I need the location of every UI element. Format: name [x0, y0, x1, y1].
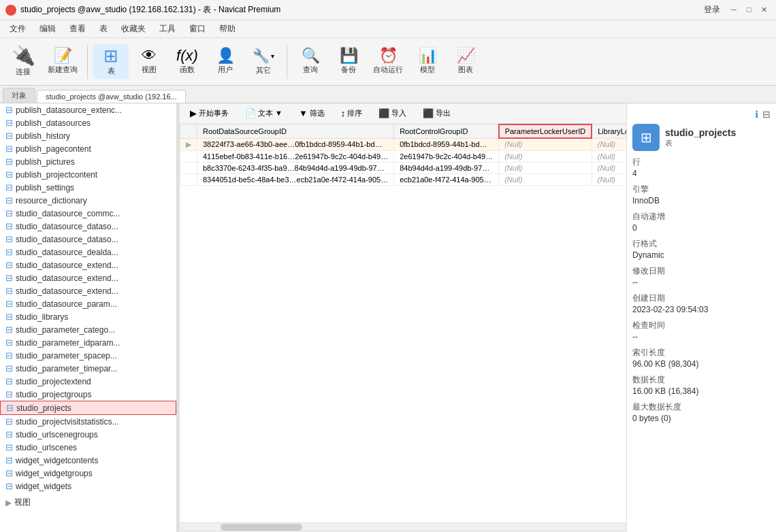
- status-name-block: studio_projects 表: [665, 127, 736, 148]
- cell-root-control[interactable]: 84b94d4d-a199-49db-97…: [394, 162, 499, 173]
- btn-sort[interactable]: ↕ 排序: [335, 106, 369, 120]
- menu-help[interactable]: 帮助: [212, 22, 242, 36]
- status-row-auto-increment: 自动递增 0: [632, 211, 771, 233]
- btn-begin-tx[interactable]: ▶ 开始事务: [184, 106, 235, 120]
- sidebar-item-studio-parameter-spacep[interactable]: ⊟ studio_parameter_spacep...: [0, 349, 176, 362]
- cell-root-datasource[interactable]: 8344051d-be5c-48a4-be3…ecb21a0e-f472-414…: [197, 173, 394, 185]
- menu-tools[interactable]: 工具: [152, 22, 182, 36]
- sidebar-item-studio-datasource-dealda[interactable]: ⊟ studio_datasource_dealda...: [0, 246, 176, 259]
- tab-object[interactable]: 对象: [3, 88, 35, 103]
- toolbar-backup[interactable]: 💾 备份: [331, 46, 366, 78]
- sidebar-item-studio-librarys[interactable]: ⊟ studio_librarys: [0, 310, 176, 323]
- btn-import[interactable]: ⬛ 导入: [372, 106, 413, 120]
- cell-library-locker[interactable]: (Null): [592, 173, 626, 185]
- toolbar-user[interactable]: 👤 用户: [208, 46, 243, 78]
- menu-bar: 文件 编辑 查看 表 收藏夹 工具 窗口 帮助: [0, 20, 776, 38]
- sidebar-item-publish-datasource-extend[interactable]: ⊟ publish_datasource_extenc...: [0, 103, 176, 116]
- toolbar-query[interactable]: 🔍 查询: [293, 46, 328, 78]
- cell-parameter-locker[interactable]: (Null): [499, 138, 592, 150]
- toolbar-connect[interactable]: 🔌 连接: [5, 44, 41, 80]
- sidebar-item-widget-widgetcontents[interactable]: ⊟ widget_widgetcontents: [0, 454, 176, 467]
- sort-icon: ↕: [341, 108, 346, 118]
- sidebar-item-studio-datasource-param[interactable]: ⊟ studio_datasource_param...: [0, 297, 176, 310]
- col-header-parameter-locker[interactable]: ParameterLockerUserID: [499, 124, 592, 138]
- sidebar-item-studio-datasource-dataso2[interactable]: ⊟ studio_datasource_dataso...: [0, 233, 176, 246]
- sidebar-item-studio-datasource-extend3[interactable]: ⊟ studio_datasource_extend...: [0, 284, 176, 297]
- sidebar-item-resource-dictionary[interactable]: ⊟ resource_dictionary: [0, 194, 176, 207]
- export-icon: ⬛: [423, 108, 434, 118]
- cell-root-datasource[interactable]: 4115ebef-0b83-411e-b16…2e61947b-9c2c-404…: [197, 150, 394, 162]
- menu-table[interactable]: 表: [93, 22, 114, 36]
- cell-library-locker[interactable]: (Null): [592, 138, 626, 150]
- sidebar-item-publish-pictures[interactable]: ⊟ publish_pictures: [0, 155, 176, 168]
- table-status-icon: ⊞: [632, 124, 660, 151]
- cell-library-locker[interactable]: (Null): [592, 162, 626, 173]
- cell-root-control[interactable]: 0fb1bdcd-8959-44b1-bd…: [394, 138, 499, 150]
- toolbar-function[interactable]: f(x) 函数: [169, 46, 205, 78]
- sidebar-item-studio-urlscenegroups[interactable]: ⊟ studio_urlscenegroups: [0, 428, 176, 441]
- toolbar-other[interactable]: 🔧 ▾ 其它: [246, 45, 281, 78]
- toolbar-view[interactable]: 👁 视图: [131, 46, 167, 78]
- col-header-library-locker[interactable]: LibraryLockerUserID: [592, 124, 626, 138]
- login-button[interactable]: 登录: [698, 3, 726, 17]
- sidebar-item-publish-settings[interactable]: ⊟ publish_settings: [0, 181, 176, 194]
- menu-view[interactable]: 查看: [63, 22, 93, 36]
- sidebar-item-publish-history[interactable]: ⊟ publish_history: [0, 129, 176, 142]
- toolbar-sep2: [287, 45, 287, 79]
- filter-icon: ▼: [299, 108, 308, 118]
- toolbar-chart[interactable]: 📈 图表: [448, 46, 483, 78]
- sidebar-item-studio-parameter-idparam[interactable]: ⊟ studio_parameter_idparam...: [0, 336, 176, 349]
- status-row-row-format: 行格式 Dynamic: [632, 238, 771, 260]
- cell-parameter-locker[interactable]: (Null): [499, 162, 592, 173]
- grid-icon[interactable]: ⊟: [762, 109, 771, 120]
- sidebar-item-studio-parameter-catego[interactable]: ⊟ studio_parameter_catego...: [0, 323, 176, 336]
- sidebar-item-studio-urlscenes[interactable]: ⊟ studio_urlscenes: [0, 441, 176, 454]
- toolbar-model[interactable]: 📊 模型: [410, 46, 445, 78]
- menu-file[interactable]: 文件: [3, 22, 33, 36]
- cell-root-datasource[interactable]: b8c3370e-6243-4f35-ba9…84b94d4d-a199-49d…: [197, 162, 394, 173]
- sidebar-item-studio-projectextend[interactable]: ⊟ studio_projectextend: [0, 375, 176, 388]
- menu-window[interactable]: 窗口: [182, 22, 212, 36]
- tab-table-data[interactable]: studio_projects @avw_studio (192.16...: [37, 90, 186, 103]
- sidebar-item-studio-projectgroups[interactable]: ⊟ studio_projectgroups: [0, 388, 176, 401]
- info-icon[interactable]: ℹ: [755, 109, 758, 120]
- h-scroll-thumb[interactable]: [221, 524, 302, 531]
- sidebar-item-widget-widgets[interactable]: ⊟ widget_widgets: [0, 480, 176, 493]
- h-scrollbar[interactable]: [180, 522, 626, 531]
- menu-edit[interactable]: 编辑: [33, 22, 63, 36]
- col-header-root-control[interactable]: RootControlGroupID: [394, 124, 499, 138]
- cell-root-control[interactable]: 2e61947b-9c2c-404d-b49…: [394, 150, 499, 162]
- sidebar-item-widget-widgetgroups[interactable]: ⊟ widget_widgetgroups: [0, 467, 176, 480]
- menu-favorites[interactable]: 收藏夹: [114, 22, 152, 36]
- col-header-root-datasource[interactable]: RootDataSourceGroupID: [197, 124, 394, 138]
- maximize-button[interactable]: □: [742, 3, 756, 16]
- cell-parameter-locker[interactable]: (Null): [499, 173, 592, 185]
- cell-root-datasource[interactable]: 38224f73-ae66-43b0-aee…0fb1bdcd-8959-44b…: [197, 138, 394, 150]
- panel-top-controls: ℹ ⊟: [632, 109, 771, 120]
- btn-filter[interactable]: ▼ 筛选: [293, 106, 331, 120]
- minimize-button[interactable]: ─: [727, 3, 741, 16]
- close-button[interactable]: ✕: [757, 3, 771, 16]
- sidebar-item-studio-datasource-extend1[interactable]: ⊟ studio_datasource_extend...: [0, 259, 176, 271]
- sidebar-item-studio-datasource-extend2[interactable]: ⊟ studio_datasource_extend...: [0, 271, 176, 284]
- sidebar: ⊟ publish_datasource_extenc... ⊟ publish…: [0, 103, 177, 532]
- table-row: 4115ebef-0b83-411e-b16…2e61947b-9c2c-404…: [180, 150, 627, 162]
- table-grid-icon: ⊟: [5, 247, 13, 257]
- sidebar-item-publish-datasources[interactable]: ⊟ publish_datasources: [0, 116, 176, 129]
- toolbar-autorun[interactable]: ⏰ 自动运行: [369, 46, 407, 78]
- sidebar-item-publish-projectcontent[interactable]: ⊟ publish_projectcontent: [0, 168, 176, 181]
- cell-parameter-locker[interactable]: (Null): [499, 150, 592, 162]
- sidebar-item-studio-projectvisit[interactable]: ⊟ studio_projectvisitstatistics...: [0, 415, 176, 428]
- sidebar-item-studio-projects[interactable]: ⊟ studio_projects: [0, 401, 176, 415]
- cell-root-control[interactable]: ecb21a0e-f472-414a-905…: [394, 173, 499, 185]
- cell-library-locker[interactable]: (Null): [592, 150, 626, 162]
- sidebar-item-studio-datasource-comm[interactable]: ⊟ studio_datasource_commc...: [0, 207, 176, 220]
- sidebar-item-view-node[interactable]: ▶ 视图: [0, 495, 176, 510]
- btn-text[interactable]: 📄 文本 ▼: [239, 106, 289, 120]
- toolbar-new-query[interactable]: 📝 新建查询: [44, 46, 82, 78]
- btn-export[interactable]: ⬛ 导出: [417, 106, 457, 120]
- toolbar-table[interactable]: ⊞ 表: [93, 44, 129, 79]
- sidebar-item-studio-datasource-dataso1[interactable]: ⊟ studio_datasource_dataso...: [0, 220, 176, 233]
- sidebar-item-publish-pagecontent[interactable]: ⊟ publish_pagecontent: [0, 142, 176, 155]
- sidebar-item-studio-parameter-timepar[interactable]: ⊟ studio_parameter_timepar...: [0, 362, 176, 375]
